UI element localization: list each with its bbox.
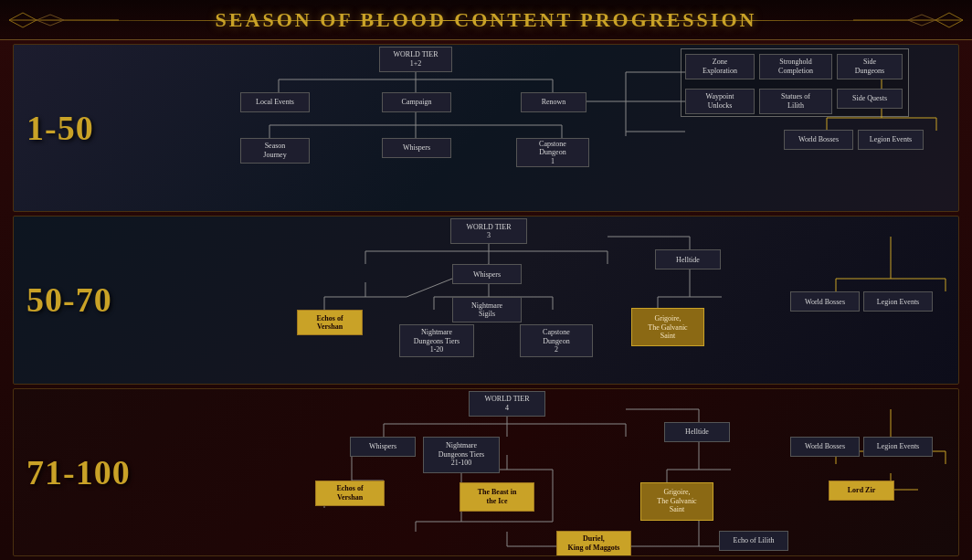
waypoint-unlocks-node: WaypointUnlocks	[685, 89, 755, 114]
local-events-node: Local Events	[240, 92, 310, 112]
section-71-100: 71-100	[13, 388, 959, 556]
page-title: SEASON OF BLOOD CONTENT PROGRESSION	[197, 8, 776, 32]
nightmare-dungeons-node-50-70: NightmareDungeons Tiers1-20	[399, 324, 474, 357]
world-tier-node-50-70: WORLD TIER3	[450, 218, 527, 244]
stronghold-completion-node: StrongholdCompletion	[759, 54, 832, 79]
sections-container: 1-50	[0, 40, 972, 560]
section-label-71-100: 71-100	[26, 455, 131, 490]
section-label-1-50: 1-50	[26, 111, 94, 145]
whispers-node-1-50: Whispers	[382, 138, 451, 158]
nightmare-sigils-node: NightmareSigils	[452, 297, 522, 322]
world-tier-node-1-50: WORLD TIER1+2	[379, 47, 452, 72]
world-bosses-node-71-100: World Bosses	[790, 437, 860, 457]
side-dungeons-node: SideDungeons	[837, 54, 903, 79]
capstone-dungeon-node-2: CapstoneDungeon2	[520, 324, 593, 357]
capstone-dungeon-node-1: CapstoneDungeon1	[516, 138, 589, 167]
echos-of-vershan-node-71-100: Echos ofVershan	[315, 481, 385, 506]
flow-area-50-70: WORLD TIER3 Whispers Echos ofVershan Nig…	[96, 217, 958, 383]
section-label-50-70: 50-70	[26, 282, 112, 317]
campaign-node: Campaign	[382, 92, 451, 112]
helltide-node-50-70: Helltide	[655, 249, 721, 269]
renown-node: Renown	[521, 92, 586, 112]
grigoire-node-71-100: Grigoire,The GalvanicSaint	[640, 482, 713, 521]
title-bar: SEASON OF BLOOD CONTENT PROGRESSION	[0, 0, 972, 40]
section-50-70: 50-70	[13, 216, 959, 384]
zone-exploration-node: ZoneExploration	[685, 54, 755, 79]
echos-of-vershan-node-50-70: Echos ofVershan	[297, 310, 363, 335]
legion-events-node-1-50: Legion Events	[858, 130, 924, 150]
legion-events-node-71-100: Legion Events	[863, 437, 933, 457]
world-bosses-node-50-70: World Bosses	[790, 291, 860, 312]
helltide-node-71-100: Helltide	[664, 422, 730, 442]
right-decoration	[853, 7, 963, 33]
whispers-node-71-100: Whispers	[350, 437, 416, 457]
legion-events-node-50-70: Legion Events	[863, 291, 933, 312]
duriel-node: Duriel,King of Maggots	[556, 531, 631, 556]
section-1-50: 1-50	[13, 44, 959, 212]
statues-of-lilith-node: Statues ofLilith	[759, 89, 832, 114]
main-container: SEASON OF BLOOD CONTENT PROGRESSION 1-50	[0, 0, 972, 560]
nightmare-dungeons-node-71-100: NightmareDungeons Tiers21-100	[423, 437, 500, 473]
world-tier-node-71-100: WORLD TIER4	[469, 391, 545, 417]
flow-area-71-100: WORLD TIER4 Whispers NightmareDungeons T…	[96, 389, 958, 555]
lord-zir-node: Lord Zir	[829, 481, 894, 501]
grigoire-node-50-70: Grigoire,The GalvanicSaint	[631, 308, 704, 346]
beast-in-ice-node: The Beast inthe Ice	[460, 482, 534, 512]
left-decoration	[9, 7, 119, 33]
world-bosses-node-1-50: World Bosses	[784, 130, 853, 150]
flow-area-1-50: WORLD TIER1+2 Local Events Campaign Reno…	[96, 45, 958, 211]
echo-of-lilith-node: Echo of Lilith	[719, 531, 788, 551]
side-quests-node: Side Quests	[837, 89, 903, 109]
season-journey-node: SeasonJourney	[240, 138, 310, 164]
whispers-node-50-70: Whispers	[452, 264, 522, 284]
